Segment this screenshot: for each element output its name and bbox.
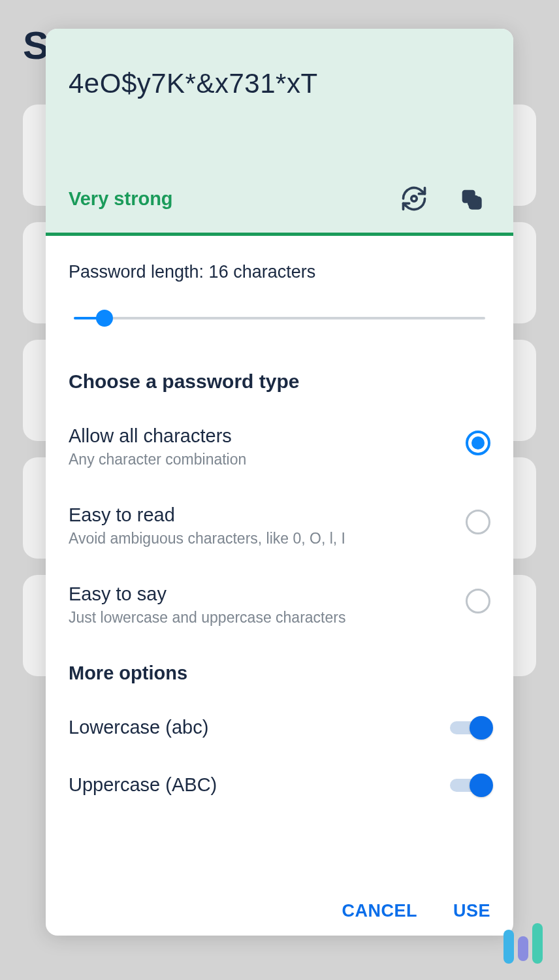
radio-indicator[interactable] — [466, 431, 490, 455]
radio-indicator[interactable] — [466, 589, 490, 613]
lowercase-option: Lowercase (abc) — [69, 717, 490, 738]
regenerate-button[interactable] — [400, 184, 428, 213]
uppercase-toggle[interactable] — [450, 775, 490, 796]
password-type-easy-read[interactable]: Easy to read Avoid ambiguous characters,… — [69, 504, 490, 547]
watermark-bar-icon — [532, 923, 543, 964]
radio-subtitle: Just lowercase and uppercase characters — [69, 609, 466, 627]
watermark-bar-icon — [503, 930, 514, 964]
strength-row: Very strong — [69, 184, 490, 213]
strength-label: Very strong — [69, 188, 173, 210]
regenerate-icon — [400, 184, 428, 213]
use-button[interactable]: USE — [453, 901, 490, 921]
dialog-actions: CANCEL USE — [342, 901, 490, 921]
watermark-bar-icon — [518, 936, 528, 961]
lowercase-toggle[interactable] — [450, 717, 490, 738]
radio-title: Easy to read — [69, 504, 466, 526]
brand-watermark — [503, 923, 543, 964]
cancel-button[interactable]: CANCEL — [342, 901, 417, 921]
password-type-allow-all[interactable]: Allow all characters Any character combi… — [69, 425, 490, 468]
uppercase-option: Uppercase (ABC) — [69, 774, 490, 796]
radio-indicator[interactable] — [466, 510, 490, 534]
radio-title: Allow all characters — [69, 425, 466, 447]
generated-password: 4eO$y7K*&x731*xT — [69, 68, 490, 99]
radio-texts: Easy to read Avoid ambiguous characters,… — [69, 504, 466, 547]
radio-texts: Allow all characters Any character combi… — [69, 425, 466, 468]
toggle-thumb — [470, 716, 493, 740]
copy-icon — [458, 186, 484, 212]
dialog-body: Password length: 16 characters Choose a … — [46, 236, 513, 845]
slider-thumb[interactable] — [96, 310, 113, 327]
password-length-slider[interactable] — [69, 305, 490, 331]
more-options-heading: More options — [69, 662, 490, 684]
password-type-heading: Choose a password type — [69, 370, 490, 393]
svg-rect-3 — [468, 195, 479, 206]
toggle-label: Lowercase (abc) — [69, 717, 208, 738]
radio-subtitle: Avoid ambiguous characters, like 0, O, l… — [69, 530, 466, 547]
radio-title: Easy to say — [69, 583, 466, 605]
copy-button[interactable] — [458, 186, 484, 212]
header-actions — [400, 184, 484, 213]
radio-texts: Easy to say Just lowercase and uppercase… — [69, 583, 466, 627]
password-generator-dialog: 4eO$y7K*&x731*xT Very strong — [46, 29, 513, 936]
radio-subtitle: Any character combination — [69, 451, 466, 468]
svg-rect-1 — [413, 195, 415, 198]
toggle-label: Uppercase (ABC) — [69, 774, 217, 796]
toggle-thumb — [470, 774, 493, 797]
slider-track — [74, 317, 485, 319]
dialog-header: 4eO$y7K*&x731*xT Very strong — [46, 29, 513, 236]
password-length-label: Password length: 16 characters — [69, 262, 490, 282]
password-type-easy-say[interactable]: Easy to say Just lowercase and uppercase… — [69, 583, 490, 627]
